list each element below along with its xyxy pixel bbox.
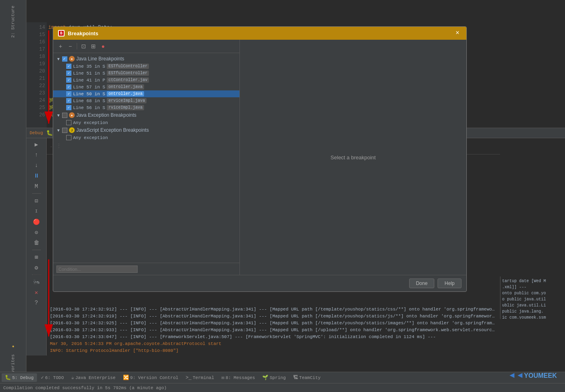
resume-btn[interactable]: ▶ [32, 140, 41, 149]
right-info-line: o public java.util [502, 296, 563, 302]
enable-all-btn[interactable]: ● [99, 42, 107, 50]
js-exception-icon: J [69, 127, 75, 133]
modal-right-panel: Select a breakpoint [240, 40, 466, 275]
copy-breakpoint-btn[interactable]: ⊡ [80, 42, 88, 50]
java-exception-item[interactable]: Any exception [53, 119, 239, 126]
java-enterprise-icon: ☕ [71, 375, 74, 381]
java-line-breakpoints-header[interactable]: ▼ ✓ ● Java Line Breakpoints [53, 55, 239, 63]
group-checkbox-java-exception[interactable] [62, 113, 67, 118]
more-items: ⋮ [53, 141, 239, 150]
close-debug-btn[interactable]: ✕ [32, 288, 41, 297]
right-info-line: ic com.youmeek.ssm [502, 315, 563, 319]
js-exception-label: JavaScript Exception Breakpoints [76, 127, 149, 133]
expand-btn[interactable]: ⊞ [89, 42, 97, 50]
java-line-breakpoints-group: ▼ ✓ ● Java Line Breakpoints ✓ Line 35 in… [53, 55, 239, 111]
modal-title: Breakpoints [68, 30, 98, 36]
java-exception-breakpoints-group: ▼ ● Java Exception Breakpoints Any excep… [53, 111, 239, 126]
favorites-tab[interactable]: ★ [9, 342, 17, 352]
breakpoint-item-3[interactable]: ✓ Line 41 in P ctController.jav [53, 77, 239, 84]
todo-tab-icon: ✓ [41, 375, 44, 381]
tab-spring[interactable]: 🌱 Spring [259, 373, 289, 382]
log-line: [2016-03-30 17:24:32:919] --- [INFO] ---… [50, 313, 497, 319]
breakpoint-item-6[interactable]: ✓ Line 68 in S erviceImpl.java [53, 97, 239, 104]
step-over-up[interactable]: ↑ [32, 150, 41, 159]
eval-btn[interactable]: ⊙ [32, 228, 41, 237]
java-line-icon: ● [69, 56, 75, 62]
bp-checkbox-1[interactable]: ✓ [66, 64, 71, 69]
spring-text: Spring [270, 375, 286, 380]
breakpoint-item-5[interactable]: ✓ Line 50 in S ontroller.java [53, 90, 239, 97]
debug-tab-label[interactable]: Debug [30, 131, 43, 135]
breakpoint-icon: B [58, 30, 65, 36]
tab-teamcity[interactable]: 🏗 TeamCity [290, 373, 324, 382]
modal-titlebar: B Breakpoints × [53, 27, 466, 40]
select-prompt-text: Select a breakpoint [330, 154, 375, 161]
js-exception-item[interactable]: Any exception [53, 134, 239, 141]
bp-checkbox-4[interactable]: ✓ [66, 84, 71, 90]
debug-icon: 🐛 [46, 130, 53, 136]
java-exception-header[interactable]: ▼ ● Java Exception Breakpoints [53, 111, 239, 119]
left-structure-panel: 2: Structure ★ 2: Favorites [0, 0, 26, 392]
bp-checkbox-3[interactable]: ✓ [66, 77, 71, 83]
js-any-exception-checkbox[interactable] [66, 135, 71, 140]
any-exception-label: Any exception [73, 120, 108, 125]
debug-left-panel: ▶ ↑ ↓ ⏸ M ⊡ I 🔴 ⊙ 🗑 ⊞ ⚙ 🐜 ✕ ? [26, 138, 47, 356]
line-numbers: 14 15 16 17 18 19 20 21 22 23 24 25 26 [26, 22, 47, 128]
bp-checkbox-6[interactable]: ✓ [66, 98, 71, 103]
pause-btn[interactable]: ⏸ [32, 171, 41, 180]
modal-footer: Done Help [53, 275, 466, 291]
toolbar-divider [77, 43, 77, 49]
settings-btn[interactable]: ⚙ [32, 263, 41, 272]
step-over-down[interactable]: ↓ [32, 161, 41, 170]
js-exception-header[interactable]: ▼ J JavaScript Exception Breakpoints [53, 126, 239, 134]
tab-todo[interactable]: ✓ 6: TODO [38, 373, 67, 382]
tab-messages[interactable]: ✉ 8: Messages [218, 373, 259, 382]
js-exception-group-arrow: ▼ [56, 128, 60, 133]
delete-btn[interactable]: 🗑 [32, 238, 41, 247]
breakpoint-tree: ▼ ✓ ● Java Line Breakpoints ✓ Line 35 in… [53, 53, 239, 263]
breakpoint-item-7[interactable]: ✓ Line 56 in S rviceImpl.java [53, 104, 239, 111]
bp-checkbox-7[interactable]: ✓ [66, 105, 71, 110]
watch-btn[interactable]: 🔴 [32, 217, 41, 226]
todo-tab-text: 6: TODO [45, 375, 64, 380]
js-exception-breakpoints-group: ▼ J JavaScript Exception Breakpoints Any… [53, 126, 239, 141]
bp-checkbox-5[interactable]: ✓ [66, 91, 71, 96]
right-info-line: tartup date [Wed M [502, 278, 563, 284]
help-button[interactable]: Help [438, 278, 461, 288]
log-lines: [2016-03-30 17:24:32:912] --- [INFO] ---… [47, 304, 500, 356]
add-breakpoint-btn[interactable]: + [56, 42, 65, 50]
help-debug-btn[interactable]: ? [32, 298, 41, 307]
remove-breakpoint-btn[interactable]: − [66, 42, 74, 50]
group-checkbox-js-exception[interactable] [62, 128, 67, 133]
ant-btn[interactable]: 🐜 [32, 277, 41, 286]
log-line: [2016-03-30 17:24:33:047] --- [INFO] ---… [50, 334, 497, 340]
log-line-warn2: INFO: Starting ProtocolHandler ["http-bi… [50, 347, 497, 354]
debug-tab-text: 5: Debug [12, 375, 34, 380]
step-into-btn[interactable]: M [32, 182, 41, 191]
tab-terminal[interactable]: >_ Terminal [182, 374, 217, 382]
any-exception-checkbox[interactable] [66, 120, 71, 125]
bp-file-2: ESTfulController [107, 71, 149, 76]
done-button[interactable]: Done [409, 278, 435, 288]
terminal-text: Terminal [193, 375, 214, 380]
java-enterprise-text: Java Enterprise [75, 375, 116, 380]
breakpoint-item-4[interactable]: ✓ Line 57 in S ontroller.java [53, 84, 239, 90]
modal-close-button[interactable]: × [453, 29, 461, 37]
breakpoint-item-2[interactable]: ✓ Line 51 in S ESTfulController [53, 70, 239, 77]
breakpoint-item-1[interactable]: ✓ Line 35 in S ESTfulController [53, 63, 239, 70]
bp-line-3: Line 41 in P [73, 78, 105, 83]
group-checkbox-java-line[interactable]: ✓ [62, 56, 67, 62]
tab-debug[interactable]: 🐛 5: Debug [2, 373, 37, 382]
debug-icon2[interactable]: I [32, 207, 41, 216]
tab-java-enterprise[interactable]: ☕ Java Enterprise [68, 373, 119, 382]
bp-file-1: ESTfulController [107, 64, 149, 69]
layout-btn[interactable]: ⊞ [32, 253, 41, 261]
bp-checkbox-2[interactable]: ✓ [66, 71, 71, 76]
debug-tab-icon: 🐛 [5, 375, 11, 381]
structure-tab[interactable]: 2: Structure [9, 3, 17, 40]
youmeek-logo: ◄◄YOUMEEK [508, 371, 557, 380]
bp-line-7: Line 56 in S [73, 105, 105, 110]
frames-btn[interactable]: ⊡ [32, 196, 41, 205]
condition-input[interactable] [56, 266, 138, 273]
tab-version-control[interactable]: 🔀 9: Version Control [120, 373, 182, 382]
